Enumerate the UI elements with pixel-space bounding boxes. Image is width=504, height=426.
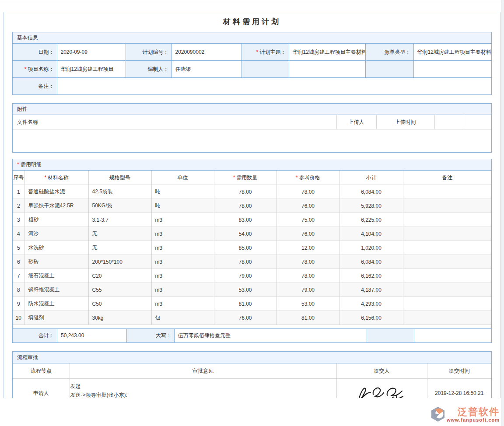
amount-in-words-label: 大写： [127, 329, 175, 342]
col-flow-node: 流程节点 [13, 363, 70, 379]
cell-name: 河沙 [24, 227, 88, 241]
col-unit: 单位 [151, 171, 214, 185]
cell-spec: 无 [88, 241, 151, 255]
cell-no: 8 [13, 283, 24, 297]
material-row: 3粗砂3.1-3.7m383.0075.006,225.00 [13, 213, 491, 227]
totals-empty-label-cell [367, 329, 414, 342]
document-panel: 材料需用计划 基本信息 日期： 2020-09-09 计划编号： 2020090… [4, 12, 500, 398]
cell-subtotal: 4,293.00 [340, 297, 403, 311]
required-asterisk: * [44, 175, 46, 181]
cell-unit: m3 [151, 241, 214, 255]
cell-subtotal: 4,104.00 [340, 227, 403, 241]
project-name-value: 华润12城房建工程项目 [57, 61, 126, 78]
opinion-line: 发起 [70, 382, 336, 391]
project-name-label: *项目名称： [13, 61, 57, 78]
col-subtotal: 小计 [340, 171, 403, 185]
cell-price: 76.00 [276, 227, 340, 241]
totals-gap [13, 325, 491, 328]
required-asterisk: * [296, 175, 298, 181]
source-type-label: 源单类型： [365, 44, 413, 61]
attachments-section-header: 附件 [13, 104, 491, 115]
section-approval: 流程审批 流程节点 审批意见 提交人 提交时间 申请人发起发送->领导审批(张小… [12, 351, 492, 398]
opinion-cell: 发起发送->领导审批(张小东): [70, 379, 336, 398]
opinion-line: 发送->领导审批(张小东): [70, 391, 336, 398]
flow-node-cell: 申请人 [13, 379, 70, 398]
amount-in-words-value: 伍万零贰佰肆拾叁元整 [175, 329, 367, 342]
cell-subtotal: 4,187.00 [340, 283, 403, 297]
detail-section-title: 需用明细 [21, 161, 42, 168]
material-row: 7细石混凝土C20m379.0078.006,162.00 [13, 269, 491, 283]
cell-name: 细石混凝土 [24, 269, 88, 283]
cell-no: 4 [13, 227, 24, 241]
cell-qty: 78.00 [214, 199, 276, 213]
cell-subtotal: 6,084.00 [340, 255, 403, 269]
cell-spec: 200*150*100 [88, 255, 151, 269]
required-asterisk: * [256, 49, 259, 55]
cell-no: 2 [13, 199, 24, 213]
submit-time-cell: 2019-12-28 16:50:21 [427, 379, 491, 398]
attachments-section-title: 附件 [17, 106, 28, 112]
empty-label-cell [365, 61, 413, 78]
cell-subtotal: 6,225.00 [340, 213, 403, 227]
cell-subtotal: 6,162.00 [340, 269, 403, 283]
basic-info-table: 日期： 2020-09-09 计划编号： 2020090002 *计划主题： 华… [13, 44, 491, 94]
totals-empty-value-cell [414, 329, 491, 342]
cell-qty: 85.00 [214, 241, 276, 255]
col-submit-time: 提交时间 [427, 363, 491, 379]
cell-spec: C55 [88, 283, 151, 297]
col-approval-opinion: 审批意见 [70, 363, 336, 379]
section-basic-info: 基本信息 日期： 2020-09-09 计划编号： 2020090002 *计划… [12, 32, 492, 95]
required-asterisk: * [233, 175, 235, 181]
vendor-url: www.fanpusoft.com [447, 417, 500, 423]
approval-section-header: 流程审批 [13, 352, 491, 363]
plan-no-label: 计划编号： [126, 44, 172, 61]
totals-row: 合计： 50,243.00 大写： 伍万零贰佰肆拾叁元整 [13, 328, 491, 342]
material-row: 6砂砖200*150*100m378.0078.006,084.00 [13, 255, 491, 269]
approval-header-row: 流程节点 审批意见 提交人 提交时间 [13, 363, 491, 379]
approval-section-title: 流程审批 [17, 354, 38, 360]
attachments-header-row: 文件名称 上传人 上传时间 [13, 115, 491, 129]
date-value: 2020-09-09 [57, 44, 126, 61]
vendor-brand-name: 泛普软件 [458, 407, 500, 417]
col-price: *参考价格 [276, 171, 340, 185]
detail-section-header: *需用明细 [13, 159, 491, 171]
cell-unit: m3 [151, 269, 214, 283]
cell-subtotal: 1,020.00 [340, 241, 403, 255]
plan-no-value: 2020090002 [172, 44, 242, 61]
cell-qty: 78.00 [214, 255, 276, 269]
cell-subtotal: 6,156.00 [340, 311, 403, 325]
col-qty: *需用数量 [214, 171, 276, 185]
vertical-scrollbar[interactable] [501, 0, 504, 426]
source-type-value: 华润12城房建工程项目主要材料 [413, 44, 491, 61]
cell-price: 76.00 [276, 199, 340, 213]
cell-unit: 吨 [151, 199, 214, 213]
cell-no: 7 [13, 269, 24, 283]
attachments-table: 文件名称 上传人 上传时间 [13, 115, 491, 129]
cell-price: 79.00 [276, 283, 340, 297]
cell-name: 砂砖 [24, 255, 88, 269]
attachments-col-extra [464, 115, 491, 129]
cell-name: 粗砂 [24, 213, 88, 227]
cell-spec: 无 [88, 227, 151, 241]
material-row: 9防水混凝土C50m381.0053.004,293.00 [13, 297, 491, 311]
cell-no: 1 [13, 185, 24, 199]
submitter-signature-cell [336, 379, 427, 398]
cell-no: 9 [13, 297, 24, 311]
cell-unit: m3 [151, 283, 214, 297]
cell-qty: 79.00 [214, 269, 276, 283]
cell-subtotal: 5,928.00 [340, 199, 403, 213]
attachments-col-filename: 文件名称 [13, 115, 336, 129]
basic-info-section-header: 基本信息 [13, 32, 491, 44]
vendor-watermark: 泛普软件 www.fanpusoft.com [431, 406, 500, 423]
cell-remark [403, 255, 491, 269]
cell-remark [403, 185, 491, 199]
approval-row: 申请人发起发送->领导审批(张小东):2019-12-28 16:50:21 [13, 379, 491, 398]
materials-header-row: 序号 *材料名称 规格型号 单位 *需用数量 *参考价格 小计 备注 [13, 171, 491, 185]
attachments-col-extra [434, 115, 464, 129]
col-material-name: *材料名称 [24, 171, 88, 185]
section-detail: *需用明细 序号 *材料名称 规格型号 单位 *需用数量 *参考价格 小计 备注… [12, 159, 492, 343]
cell-price: 75.00 [276, 213, 340, 227]
cell-price: 78.00 [276, 269, 340, 283]
cell-spec: 30kg [88, 311, 151, 325]
cell-no: 6 [13, 255, 24, 269]
